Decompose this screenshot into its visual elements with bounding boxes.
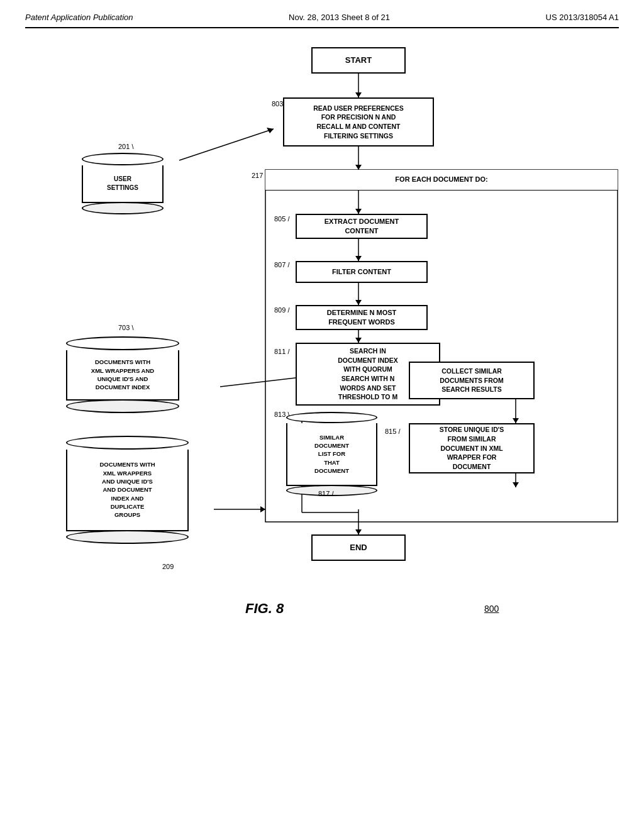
label-209: 209 — [162, 563, 174, 570]
svg-marker-23 — [355, 529, 362, 534]
svg-marker-3 — [355, 165, 362, 170]
box-collect-label: COLLECT SIMILARDOCUMENTS FROMSEARCH RESU… — [440, 367, 504, 394]
box-803: READ USER PREFERENCESFOR PRECISION N AND… — [283, 97, 434, 147]
label-201: 201 \ — [118, 143, 133, 150]
box-809-label: DETERMINE N MOSTFREQUENT WORDS — [327, 308, 397, 328]
box-collect: COLLECT SIMILARDOCUMENTS FROMSEARCH RESU… — [409, 362, 535, 399]
cylinder-703: DOCUMENTS WITHXML WRAPPERS ANDUNIQUE ID'… — [66, 336, 179, 413]
box-217-label: FOR EACH DOCUMENT DO: — [395, 175, 487, 184]
label-811: 811 / — [274, 348, 289, 355]
svg-marker-5 — [355, 209, 362, 214]
box-803-label: READ USER PREFERENCESFOR PRECISION N AND… — [313, 104, 404, 141]
end-label: END — [350, 542, 367, 553]
svg-marker-17 — [513, 482, 519, 487]
label-817: 817 / — [318, 490, 333, 497]
box-217: FOR EACH DOCUMENT DO: — [265, 170, 618, 191]
svg-marker-11 — [355, 338, 362, 343]
box-805: EXTRACT DOCUMENTCONTENT — [296, 214, 428, 239]
cylinder-209: DOCUMENTS WITHXML WRAPPERSAND UNIQUE ID'… — [66, 436, 189, 544]
label-809: 809 / — [274, 306, 289, 314]
box-807-label: FILTER CONTENT — [332, 267, 391, 277]
label-703: 703 \ — [118, 324, 133, 331]
header-right: US 2013/318054 A1 — [546, 13, 619, 22]
box-807: FILTER CONTENT — [296, 261, 428, 283]
label-803: 803 — [272, 100, 283, 108]
svg-marker-21 — [267, 128, 274, 133]
header-center: Nov. 28, 2013 Sheet 8 of 21 — [289, 13, 390, 22]
svg-marker-9 — [355, 300, 362, 305]
svg-marker-1 — [355, 92, 362, 97]
box-815: STORE UNIQUE ID'SFROM SIMILARDOCUMENT IN… — [409, 423, 535, 473]
diagram-area: START 803 READ USER PREFERENCESFOR PRECI… — [25, 35, 619, 764]
start-label: START — [345, 55, 372, 66]
label-805: 805 / — [274, 215, 289, 223]
fig-number: 800 — [484, 604, 499, 614]
box-805-label: EXTRACT DOCUMENTCONTENT — [325, 217, 399, 236]
cylinder-201: USERSETTINGS — [82, 153, 164, 214]
fig-label: FIG. 8 — [245, 600, 284, 617]
box-815-label: STORE UNIQUE ID'SFROM SIMILARDOCUMENT IN… — [440, 425, 504, 471]
svg-marker-7 — [355, 256, 362, 261]
svg-line-20 — [179, 129, 274, 160]
header-left: Patent Application Publication — [25, 13, 133, 22]
page: Patent Application Publication Nov. 28, … — [0, 0, 644, 830]
end-box: END — [311, 534, 406, 561]
box-809: DETERMINE N MOSTFREQUENT WORDS — [296, 305, 428, 330]
svg-marker-15 — [513, 418, 519, 423]
label-217: 217 — [252, 172, 263, 179]
label-815: 815 / — [385, 428, 400, 435]
cylinder-813: SIMILARDOCUMENTLIST FORTHATDOCUMENT — [286, 412, 377, 496]
label-807: 807 / — [274, 261, 289, 268]
start-box: START — [311, 47, 406, 74]
page-header: Patent Application Publication Nov. 28, … — [25, 13, 619, 28]
box-811-label: SEARCH INDOCUMENT INDEXWITH QUORUMSEARCH… — [338, 346, 398, 402]
svg-marker-28 — [260, 506, 265, 512]
